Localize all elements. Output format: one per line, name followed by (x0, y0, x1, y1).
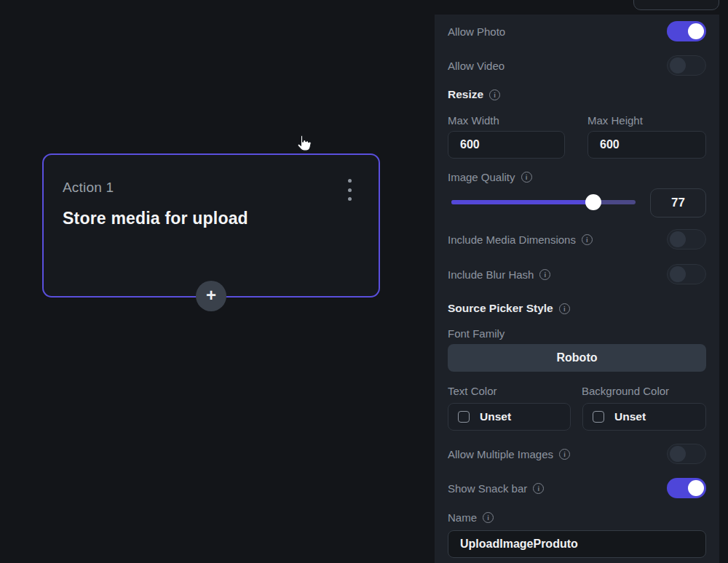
info-icon[interactable]: i (483, 512, 494, 523)
allow-multiple-images-toggle[interactable] (667, 444, 706, 464)
info-icon[interactable]: i (489, 89, 500, 100)
include-media-dimensions-label: Include Media Dimensions i (448, 233, 593, 246)
kebab-menu-icon[interactable] (344, 179, 355, 201)
max-height-label: Max Height (587, 114, 643, 127)
row-allow-multiple-images: Allow Multiple Images i (448, 444, 706, 464)
allow-photo-label: Allow Photo (448, 25, 505, 38)
show-snack-bar-toggle[interactable] (667, 478, 706, 498)
font-family-button[interactable]: Roboto (448, 344, 706, 372)
add-action-button[interactable]: + (196, 281, 226, 311)
include-blur-hash-toggle[interactable] (667, 264, 706, 284)
resize-header: Resize i (448, 88, 500, 101)
image-quality-value[interactable]: 77 (650, 188, 706, 217)
right-edge-strip (719, 0, 728, 563)
action-card-title: Store media for upload (63, 209, 248, 228)
text-color-unset-control[interactable]: Unset (448, 403, 571, 431)
toolbar-button-partial[interactable] (633, 0, 719, 10)
background-color-label: Background Color (582, 385, 669, 397)
show-snack-bar-label: Show Snack bar i (448, 482, 544, 495)
info-icon[interactable]: i (559, 449, 570, 460)
row-include-blur-hash: Include Blur Hash i (448, 264, 706, 284)
max-height-input[interactable]: 600 (587, 131, 706, 159)
row-resize-header: Resize i (448, 84, 706, 105)
name-label: Name i (448, 511, 494, 524)
allow-multiple-images-label: Allow Multiple Images i (448, 448, 570, 460)
include-blur-hash-label: Include Blur Hash i (448, 268, 550, 281)
max-width-input[interactable]: 600 (448, 131, 565, 159)
row-image-quality: Image Quality i (448, 167, 706, 187)
background-color-checkbox[interactable] (593, 411, 604, 423)
slider-fill (451, 200, 593, 204)
background-color-unset-control[interactable]: Unset (582, 403, 706, 431)
text-color-checkbox[interactable] (458, 411, 470, 423)
allow-photo-toggle[interactable] (667, 21, 706, 41)
row-source-picker-style: Source Picker Style i (448, 298, 706, 319)
row-show-snack-bar: Show Snack bar i (448, 478, 706, 498)
info-icon[interactable]: i (521, 172, 532, 183)
text-color-label: Text Color (448, 385, 497, 397)
info-icon[interactable]: i (582, 234, 593, 245)
info-icon[interactable]: i (559, 303, 570, 314)
allow-video-toggle[interactable] (667, 55, 706, 76)
font-family-label: Font Family (448, 327, 505, 340)
name-input[interactable]: UploadImageProduto (448, 530, 706, 558)
action-properties-panel: Allow Photo Allow Video Resize i Max Wid… (435, 15, 719, 563)
mouse-pointer-cursor (293, 133, 314, 154)
info-icon[interactable]: i (533, 483, 544, 494)
max-width-label: Max Width (448, 114, 499, 127)
image-quality-label: Image Quality i (448, 171, 532, 183)
allow-video-label: Allow Video (448, 60, 505, 72)
image-quality-slider[interactable] (451, 188, 636, 217)
row-allow-photo: Allow Photo (448, 21, 706, 41)
row-allow-video: Allow Video (448, 55, 706, 76)
action-card[interactable]: Action 1 Store media for upload (42, 153, 380, 298)
row-name: Name i (448, 507, 706, 527)
info-icon[interactable]: i (539, 269, 550, 280)
plus-icon: + (206, 287, 216, 304)
include-media-dimensions-toggle[interactable] (667, 229, 706, 249)
slider-handle[interactable] (585, 194, 601, 210)
source-picker-style-header: Source Picker Style i (448, 302, 570, 315)
action-card-label: Action 1 (63, 180, 114, 196)
row-include-media-dimensions: Include Media Dimensions i (448, 229, 706, 249)
